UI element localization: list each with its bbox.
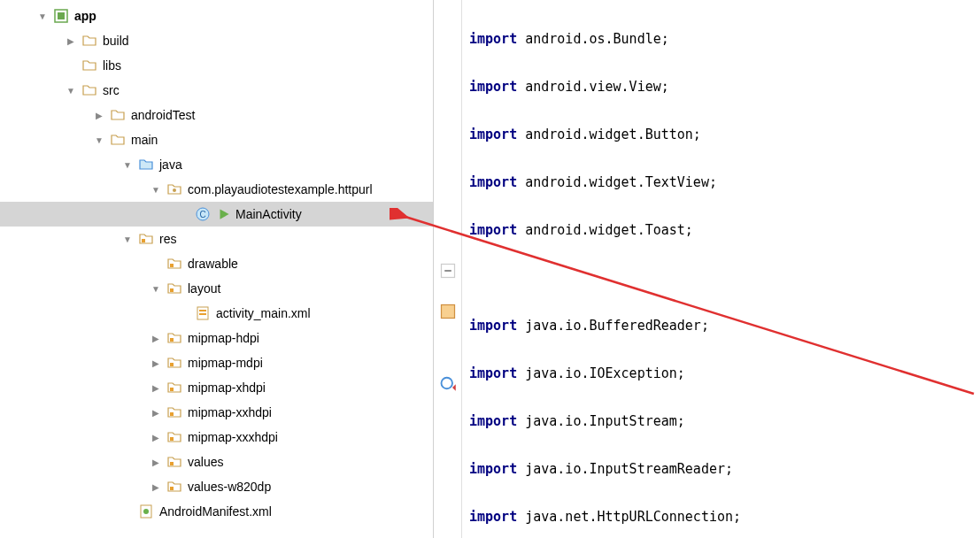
- code-line: import android.widget.Toast;: [469, 219, 980, 242]
- tree-label: activity_main.xml: [216, 306, 311, 320]
- svg-text:C: C: [199, 210, 205, 219]
- code-line: import android.view.View;: [469, 75, 980, 99]
- res-folder-icon: [166, 330, 182, 346]
- override-gutter-icon[interactable]: [439, 374, 457, 392]
- editor-gutter: [434, 0, 462, 538]
- folder-icon: [110, 107, 126, 123]
- code-line: import java.io.IOException;: [469, 362, 980, 386]
- chevron-right-icon[interactable]: ▶: [149, 380, 163, 395]
- code-line: [469, 266, 980, 290]
- project-tree[interactable]: ▼ app ▶ build ▶ libs ▼ src ▶ androidTest…: [0, 0, 434, 538]
- tree-label: app: [74, 9, 96, 23]
- tree-label: androidTest: [131, 108, 195, 122]
- tree-node-activity-main-xml[interactable]: ▶ activity_main.xml: [0, 301, 433, 326]
- chevron-down-icon[interactable]: ▼: [149, 182, 163, 196]
- chevron-down-icon[interactable]: ▼: [120, 232, 135, 246]
- tree-label: AndroidManifest.xml: [159, 504, 272, 519]
- tree-label: mipmap-hdpi: [188, 331, 259, 345]
- tree-label: mipmap-xxhdpi: [188, 405, 272, 419]
- chevron-right-icon[interactable]: ▶: [149, 430, 163, 444]
- tree-label: main: [131, 133, 158, 147]
- svg-rect-17: [170, 487, 174, 490]
- source-folder-icon: [138, 157, 154, 173]
- tree-node-src[interactable]: ▼ src: [0, 78, 433, 103]
- tree-node-androidtest[interactable]: ▶ androidTest: [0, 103, 433, 127]
- chevron-right-icon[interactable]: ▶: [149, 356, 163, 370]
- chevron-right-icon[interactable]: ▶: [92, 108, 106, 122]
- tree-node-mipmap-hdpi[interactable]: ▶ mipmap-hdpi: [0, 326, 433, 350]
- tree-label: libs: [103, 58, 121, 73]
- svg-rect-22: [441, 305, 454, 319]
- tree-label: res: [159, 232, 176, 246]
- svg-rect-5: [142, 239, 145, 242]
- svg-rect-1: [58, 12, 65, 19]
- svg-rect-12: [170, 363, 174, 366]
- tree-node-drawable[interactable]: ▶ drawable: [0, 251, 433, 276]
- code-line: import android.widget.TextView;: [469, 171, 980, 195]
- svg-rect-10: [199, 313, 206, 315]
- chevron-right-icon[interactable]: ▶: [149, 405, 163, 419]
- module-icon: [53, 8, 69, 24]
- code-line: import android.widget.Button;: [469, 123, 980, 147]
- tree-label: java: [159, 158, 182, 172]
- package-icon: [166, 181, 182, 197]
- tree-node-mipmap-xhdpi[interactable]: ▶ mipmap-xhdpi: [0, 375, 433, 400]
- tree-node-mipmap-xxhdpi[interactable]: ▶ mipmap-xxhdpi: [0, 400, 433, 425]
- code-line: import android.os.Bundle;: [469, 27, 980, 51]
- res-folder-icon: [166, 429, 182, 445]
- tree-node-res[interactable]: ▼ res: [0, 227, 433, 251]
- tree-node-main[interactable]: ▼ main: [0, 127, 433, 152]
- chevron-down-icon[interactable]: ▼: [92, 133, 106, 147]
- svg-rect-6: [170, 264, 174, 267]
- class-gutter-icon[interactable]: [439, 303, 457, 320]
- tree-node-mipmap-mdpi[interactable]: ▶ mipmap-mdpi: [0, 350, 433, 375]
- tree-node-java[interactable]: ▼ java: [0, 152, 433, 177]
- tree-node-libs[interactable]: ▶ libs: [0, 53, 433, 78]
- tree-node-layout[interactable]: ▼ layout: [0, 276, 433, 301]
- code-line: import java.io.InputStreamReader;: [469, 457, 980, 481]
- manifest-icon: [138, 503, 154, 519]
- xml-file-icon: [195, 305, 211, 321]
- tree-node-build[interactable]: ▶ build: [0, 28, 433, 53]
- tree-label: drawable: [188, 257, 238, 271]
- runnable-icon: [216, 206, 232, 222]
- chevron-right-icon[interactable]: ▶: [149, 331, 163, 345]
- folder-icon: [81, 33, 97, 49]
- tree-node-mipmap-xxxhdpi[interactable]: ▶ mipmap-xxxhdpi: [0, 425, 433, 450]
- tree-node-mainactivity[interactable]: ▶ C MainActivity: [0, 202, 433, 227]
- tree-label: mipmap-mdpi: [188, 356, 263, 370]
- chevron-right-icon[interactable]: ▶: [64, 34, 78, 48]
- res-folder-icon: [166, 479, 182, 495]
- res-folder-icon: [166, 355, 182, 371]
- res-folder-icon: [166, 404, 182, 420]
- chevron-down-icon[interactable]: ▼: [120, 158, 135, 172]
- res-folder-icon: [166, 281, 182, 296]
- tree-node-package[interactable]: ▼ com.playaudiotestexample.httpurl: [0, 177, 433, 202]
- res-folder-icon: [166, 380, 182, 396]
- tree-node-manifest[interactable]: ▶ AndroidManifest.xml: [0, 499, 433, 524]
- chevron-right-icon[interactable]: ▶: [149, 455, 163, 469]
- tree-node-app[interactable]: ▼ app: [0, 4, 433, 28]
- res-folder-icon: [166, 256, 182, 272]
- chevron-right-icon[interactable]: ▶: [149, 480, 163, 494]
- code-line: import java.io.InputStream;: [469, 410, 980, 434]
- collapse-icon[interactable]: [439, 262, 457, 280]
- tree-node-values[interactable]: ▶ values: [0, 450, 433, 474]
- svg-point-23: [441, 378, 452, 389]
- tree-label: layout: [188, 281, 220, 296]
- svg-rect-11: [170, 338, 174, 342]
- tree-label: build: [103, 34, 129, 48]
- class-icon: C: [195, 206, 211, 222]
- chevron-down-icon[interactable]: ▼: [35, 9, 50, 23]
- chevron-down-icon[interactable]: ▼: [64, 83, 78, 97]
- tree-label: MainActivity: [235, 207, 302, 221]
- folder-icon: [110, 132, 126, 148]
- svg-point-19: [143, 509, 149, 514]
- tree-node-values-w820dp[interactable]: ▶ values-w820dp: [0, 474, 433, 499]
- chevron-down-icon[interactable]: ▼: [149, 281, 163, 296]
- tree-label: mipmap-xxxhdpi: [188, 430, 278, 444]
- tree-label: mipmap-xhdpi: [188, 380, 266, 395]
- code-line: import java.io.BufferedReader;: [469, 314, 980, 338]
- code-editor[interactable]: import android.os.Bundle; import android…: [462, 0, 980, 538]
- res-folder-icon: [138, 231, 154, 247]
